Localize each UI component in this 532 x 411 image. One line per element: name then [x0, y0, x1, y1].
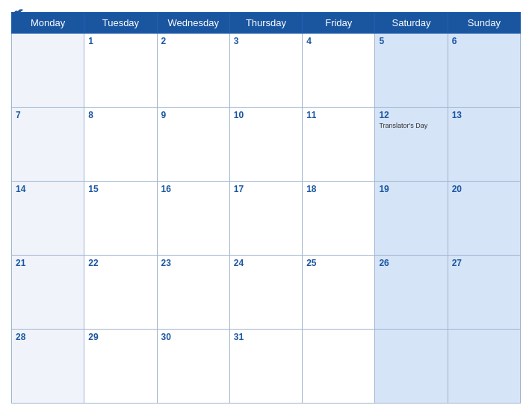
- day-number: 20: [452, 184, 516, 194]
- day-number: 23: [161, 258, 226, 268]
- day-number: 26: [379, 258, 443, 268]
- calendar-cell: 9: [157, 108, 229, 182]
- weekday-header-tuesday: Tuesday: [84, 13, 157, 34]
- day-number: 31: [234, 332, 298, 342]
- weekday-header-thursday: Thursday: [229, 13, 302, 34]
- calendar-table: MondayTuesdayWednesdayThursdayFridaySatu…: [11, 12, 521, 404]
- calendar-cell: 23: [157, 256, 229, 330]
- calendar-cell: 24: [229, 256, 302, 330]
- calendar-cell: 17: [229, 182, 302, 256]
- logo: [11, 7, 26, 18]
- calendar-cell: 20: [448, 182, 520, 256]
- day-number: 30: [161, 332, 226, 342]
- calendar-cell: 13: [448, 108, 520, 182]
- calendar-cell: 6: [448, 34, 520, 108]
- calendar-cell: [448, 330, 520, 404]
- day-number: 29: [88, 332, 152, 342]
- calendar-cell: 25: [303, 256, 375, 330]
- calendar-cell: 30: [157, 330, 229, 404]
- weekday-header-sunday: Sunday: [448, 13, 520, 34]
- calendar-container: MondayTuesdayWednesdayThursdayFridaySatu…: [0, 0, 532, 411]
- day-number: 16: [161, 184, 226, 194]
- calendar-cell: 21: [12, 256, 84, 330]
- calendar-cell: [303, 330, 375, 404]
- day-number: 12: [379, 110, 443, 120]
- calendar-cell: 1: [84, 34, 157, 108]
- day-number: 22: [88, 258, 152, 268]
- weekday-header-friday: Friday: [303, 13, 375, 34]
- day-number: 10: [234, 110, 298, 120]
- logo-blue-text: [11, 7, 26, 18]
- day-number: 25: [306, 258, 371, 268]
- day-number: 21: [16, 258, 80, 268]
- calendar-cell: 4: [303, 34, 375, 108]
- calendar-cell: [375, 330, 448, 404]
- day-number: 11: [306, 110, 371, 120]
- day-number: 6: [452, 36, 516, 46]
- calendar-cell: 10: [229, 108, 302, 182]
- week-row-1: 123456: [12, 34, 521, 108]
- week-row-2: 789101112Translator's Day13: [12, 108, 521, 182]
- day-number: 19: [379, 184, 443, 194]
- calendar-cell: 15: [84, 182, 157, 256]
- day-number: 3: [234, 36, 298, 46]
- day-number: 4: [306, 36, 371, 46]
- day-number: 15: [88, 184, 152, 194]
- logo-bird-icon: [11, 7, 25, 18]
- event-label: Translator's Day: [379, 122, 443, 131]
- day-number: 28: [16, 332, 80, 342]
- day-number: 17: [234, 184, 298, 194]
- calendar-cell: 3: [229, 34, 302, 108]
- calendar-cell: 29: [84, 330, 157, 404]
- week-row-3: 14151617181920: [12, 182, 521, 256]
- weekday-header-saturday: Saturday: [375, 13, 448, 34]
- calendar-cell: 27: [448, 256, 520, 330]
- weekday-header-row: MondayTuesdayWednesdayThursdayFridaySatu…: [12, 13, 521, 34]
- day-number: 27: [452, 258, 516, 268]
- calendar-cell: 12Translator's Day: [375, 108, 448, 182]
- calendar-cell: 28: [12, 330, 84, 404]
- calendar-cell: 31: [229, 330, 302, 404]
- week-row-5: 28293031: [12, 330, 521, 404]
- calendar-cell: 14: [12, 182, 84, 256]
- calendar-cell: 19: [375, 182, 448, 256]
- day-number: 7: [16, 110, 80, 120]
- calendar-cell: 11: [303, 108, 375, 182]
- day-number: 2: [161, 36, 226, 46]
- calendar-cell: 16: [157, 182, 229, 256]
- calendar-cell: 2: [157, 34, 229, 108]
- weekday-header-wednesday: Wednesday: [157, 13, 229, 34]
- calendar-cell: 18: [303, 182, 375, 256]
- day-number: 24: [234, 258, 298, 268]
- day-number: 9: [161, 110, 226, 120]
- calendar-cell: 26: [375, 256, 448, 330]
- day-number: 5: [379, 36, 443, 46]
- day-number: 1: [88, 36, 152, 46]
- week-row-4: 21222324252627: [12, 256, 521, 330]
- day-number: 18: [306, 184, 371, 194]
- calendar-cell: 22: [84, 256, 157, 330]
- calendar-cell: [12, 34, 84, 108]
- calendar-cell: 5: [375, 34, 448, 108]
- calendar-cell: 7: [12, 108, 84, 182]
- day-number: 14: [16, 184, 80, 194]
- calendar-cell: 8: [84, 108, 157, 182]
- day-number: 13: [452, 110, 516, 120]
- day-number: 8: [88, 110, 152, 120]
